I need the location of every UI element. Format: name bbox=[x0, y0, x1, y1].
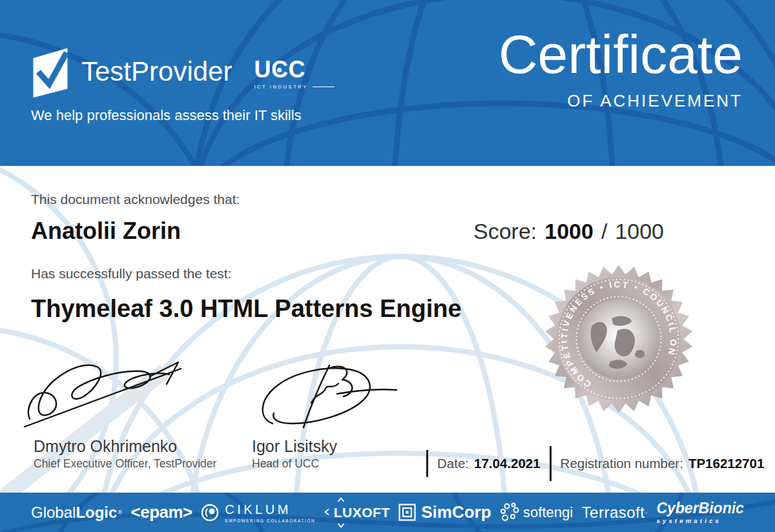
partners-footer: GlobalLogic® <epam> CIKLUM EMPOWERING CO… bbox=[0, 493, 775, 532]
softengi-icon bbox=[500, 502, 519, 523]
score-max: 1000 bbox=[615, 219, 664, 244]
ucc-logo: UCC ICT INDUSTRY bbox=[254, 58, 334, 90]
cyberbionic-text: CyberBionic bbox=[656, 501, 743, 516]
logo-softengi: softengi bbox=[500, 502, 573, 523]
score-label: Score: bbox=[473, 219, 537, 244]
testprovider-checkmark-icon bbox=[30, 44, 71, 99]
cyberbionic-subtext: systematics bbox=[656, 517, 743, 524]
acknowledge-label: This document acknowledges that: bbox=[31, 192, 240, 207]
signer-name-ucc: Igor Lisitsky bbox=[252, 437, 337, 456]
score-row: Score: 1000 / 1000 bbox=[473, 219, 664, 244]
globallogic-text-bold: Logic bbox=[76, 504, 117, 522]
logo-cyberbionic: CyberBionic systematics bbox=[656, 501, 743, 524]
logo-ciklum: CIKLUM EMPOWERING COLLABORATION bbox=[201, 502, 315, 523]
registration-label: Registration number: bbox=[561, 456, 683, 471]
ciklum-icon bbox=[201, 504, 219, 522]
signer-title-ceo: Chief Executive Officer, TestProvider bbox=[34, 457, 216, 471]
simcorp-text: SimCorp bbox=[421, 502, 491, 522]
terrasoft-mark: · bbox=[645, 508, 648, 517]
simcorp-icon bbox=[398, 504, 416, 521]
signer-name-ceo: Dmytro Okhrimenko bbox=[34, 437, 177, 456]
signer-title-ucc: Head of UCC bbox=[252, 457, 319, 471]
title-block: Certificate OF ACHIEVEMENT bbox=[499, 23, 743, 111]
date-label: Date: bbox=[437, 456, 469, 471]
brand-lockup: TestProvider UCC ICT INDUSTRY bbox=[30, 44, 335, 99]
date-value: 17.04.2021 bbox=[474, 456, 541, 471]
seal-medal-icon: COMPETITIVENESS • ICT • COUNCIL ON bbox=[541, 261, 696, 416]
ucc-underline bbox=[313, 87, 335, 87]
tagline: We help professionals assess their IT sk… bbox=[31, 107, 302, 124]
score-value: 1000 bbox=[544, 219, 594, 244]
terrasoft-text: Terrasoft bbox=[582, 504, 645, 522]
certificate-page: TestProvider UCC ICT INDUSTRY We help pr… bbox=[0, 0, 775, 532]
luxoft-chevron-left-icon bbox=[324, 508, 329, 516]
logo-epam: <epam> bbox=[130, 502, 192, 522]
passed-label: Has successfully passed the test: bbox=[31, 266, 231, 281]
test-name: Thymeleaf 3.0 HTML Patterns Engine bbox=[31, 295, 462, 323]
meta-divider-bar bbox=[426, 450, 428, 477]
banner: TestProvider UCC ICT INDUSTRY We help pr… bbox=[0, 0, 775, 166]
globallogic-text-light: Global bbox=[31, 504, 76, 522]
certificate-body: This document acknowledges that: Anatoli… bbox=[0, 166, 775, 493]
logo-luxoft: LUXOFT bbox=[324, 505, 390, 520]
ucc-dot-icon bbox=[277, 68, 282, 72]
signature-image-ceo bbox=[23, 357, 199, 433]
meta-divider-bar bbox=[550, 446, 552, 481]
registration-value: TP16212701 bbox=[688, 456, 764, 471]
luxoft-chevron-up-icon bbox=[337, 497, 345, 502]
certificate-title: Certificate bbox=[499, 23, 743, 86]
luxoft-chevron-down-icon bbox=[337, 523, 345, 528]
ciklum-text: CIKLUM bbox=[225, 502, 315, 517]
brand-name: TestProvider bbox=[81, 56, 232, 87]
luxoft-text: LUXOFT bbox=[334, 505, 390, 520]
logo-simcorp: SimCorp bbox=[398, 502, 491, 522]
logo-terrasoft: Terrasoft· bbox=[582, 504, 648, 522]
certificate-subtitle: OF ACHIEVEMENT bbox=[499, 91, 743, 111]
ciklum-tagline: EMPOWERING COLLABORATION bbox=[225, 518, 315, 523]
signature-image-ucc bbox=[247, 363, 399, 433]
softengi-text: softengi bbox=[523, 504, 573, 521]
globallogic-reg-mark: ® bbox=[118, 509, 122, 516]
recipient-name: Anatolii Zorin bbox=[31, 218, 181, 245]
ucc-logo-text: UCC bbox=[254, 58, 334, 81]
score-divider: / bbox=[601, 219, 607, 244]
meta-row: Date: 17.04.2021 Registration number: TP… bbox=[426, 446, 773, 481]
ucc-subtitle: ICT INDUSTRY bbox=[254, 84, 307, 90]
logo-globallogic: GlobalLogic® bbox=[31, 504, 122, 522]
